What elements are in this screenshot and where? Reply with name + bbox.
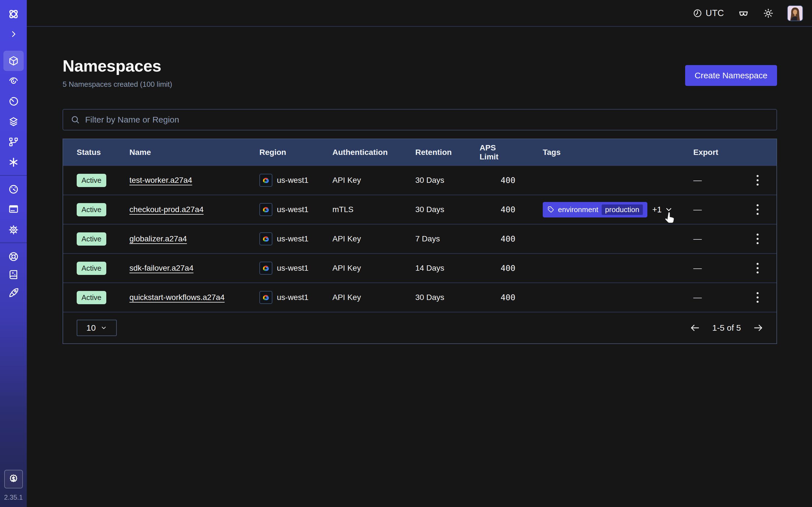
retention-value: 7 Days (415, 234, 479, 243)
timezone-selector[interactable]: UTC (693, 8, 724, 18)
namespace-link[interactable]: quickstart-workflows.a27a4 (130, 293, 225, 302)
theme-toggle-button[interactable] (763, 8, 774, 18)
gcp-region-icon (259, 232, 272, 245)
lifebuoy-icon (8, 251, 19, 262)
tags-expand-button[interactable] (665, 205, 673, 214)
spiral-eye-icon (8, 75, 19, 87)
sidebar-item-batch-operations[interactable] (3, 152, 24, 172)
export-value: — (693, 263, 702, 273)
column-header-authentication: Authentication (333, 148, 415, 157)
namespace-link[interactable]: checkout-prod.a27a4 (130, 205, 204, 214)
avatar-image (788, 6, 802, 20)
tag-more-count: +1 (652, 205, 662, 214)
sidebar-item-support[interactable] (3, 246, 24, 267)
kebab-icon (756, 292, 759, 303)
auth-value: API Key (333, 293, 415, 302)
glasses-icon (738, 7, 749, 19)
pager-controls: 1-5 of 5 (690, 323, 763, 333)
sidebar-item-settings[interactable] (3, 220, 24, 240)
sidebar-item-usage[interactable] (3, 179, 24, 200)
sidebar-expand-button[interactable] (6, 26, 21, 42)
column-header-retention: Retention (415, 148, 479, 157)
sidebar-divider (0, 242, 27, 243)
auth-value: API Key (333, 234, 415, 243)
column-header-status: Status (63, 148, 130, 157)
table-row: Active globalizer.a27a4 us-west1 API Key… (63, 224, 776, 253)
status-badge: Active (77, 291, 106, 304)
aps-limit-value: 400 (479, 175, 515, 185)
asterisk-icon (8, 157, 19, 168)
region-label: us-west1 (277, 176, 308, 185)
column-header-name: Name (130, 148, 259, 157)
region-label: us-west1 (277, 234, 308, 243)
page-size-select[interactable]: 10 (77, 320, 117, 336)
namespaces-page: { "topbar": { "timezone": "UTC" }, "side… (0, 0, 812, 507)
table-row: Active test-worker.a27a4 us-west1 API Ke… (63, 165, 776, 194)
search-icon (70, 115, 80, 124)
namespace-link[interactable]: globalizer.a27a4 (130, 234, 187, 243)
retention-value: 30 Days (415, 176, 479, 185)
row-actions-menu[interactable] (749, 289, 766, 306)
filter-input[interactable] (85, 115, 776, 124)
row-actions-menu[interactable] (749, 260, 766, 277)
create-namespace-button[interactable]: Create Namespace (685, 65, 777, 86)
table-header: Status Name Region Authentication Retent… (63, 139, 776, 165)
gcp-region-icon (259, 174, 272, 187)
tag-value: production (602, 205, 643, 215)
row-actions-menu[interactable] (749, 201, 766, 218)
aps-limit-value: 400 (479, 205, 515, 214)
previous-page-button[interactable] (690, 323, 700, 333)
sidebar-item-namespaces[interactable] (3, 51, 24, 71)
kebab-icon (756, 263, 759, 274)
sun-icon (763, 8, 774, 18)
user-avatar[interactable] (787, 5, 803, 21)
tag-badge[interactable]: environment production (543, 202, 647, 217)
rocket-icon (8, 287, 19, 298)
sidebar-item-docs[interactable] (3, 265, 24, 285)
timer-icon (8, 96, 19, 107)
labs-toggle-button[interactable] (738, 7, 749, 19)
auth-value: mTLS (333, 205, 415, 214)
retention-value: 30 Days (415, 205, 479, 214)
row-actions-menu[interactable] (749, 172, 766, 189)
export-value: — (693, 234, 702, 244)
page-title: Namespaces (63, 56, 161, 75)
sidebar-item-billing[interactable] (3, 199, 24, 219)
page-subtitle: 5 Namespaces created (100 limit) (63, 80, 172, 89)
aps-limit-value: 400 (479, 234, 515, 244)
namespace-link[interactable]: sdk-failover.a27a4 (130, 264, 193, 273)
temporal-logo[interactable] (4, 5, 22, 23)
region-label: us-west1 (277, 205, 308, 214)
sidebar-item-schedules[interactable] (3, 91, 24, 112)
arrow-left-icon (690, 323, 700, 333)
kebab-icon (756, 233, 759, 244)
pager-range: 1-5 of 5 (712, 323, 741, 333)
timezone-label: UTC (706, 8, 724, 18)
row-actions-menu[interactable] (749, 230, 766, 247)
aps-limit-value: 400 (479, 263, 515, 273)
billing-card-icon (8, 203, 19, 215)
sidebar-item-insights[interactable] (3, 71, 24, 91)
gear-icon (8, 224, 19, 235)
aps-limit-value: 400 (479, 293, 515, 302)
gcp-region-icon (259, 291, 272, 304)
status-badge: Active (77, 203, 106, 216)
gauge-icon (8, 184, 19, 195)
namespace-link[interactable]: test-worker.a27a4 (130, 176, 192, 185)
next-page-button[interactable] (753, 323, 763, 333)
column-header-region: Region (259, 148, 333, 157)
dollar-badge-icon (8, 473, 19, 485)
sidebar-item-nexus[interactable] (3, 112, 24, 132)
app-version: 2.35.1 (0, 494, 27, 501)
book-sparkles-icon (8, 269, 19, 280)
sidebar-item-getting-started[interactable] (3, 283, 24, 303)
sidebar: 2.35.1 (0, 0, 27, 507)
chevron-down-icon (665, 205, 673, 214)
sidebar-item-deployments[interactable] (3, 132, 24, 152)
retention-value: 14 Days (415, 264, 479, 273)
gcp-region-icon (259, 262, 272, 275)
auth-value: API Key (333, 264, 415, 273)
region-label: us-west1 (277, 293, 308, 302)
credits-button[interactable] (4, 470, 23, 489)
table-row: Active quickstart-workflows.a27a4 us-wes… (63, 283, 776, 312)
